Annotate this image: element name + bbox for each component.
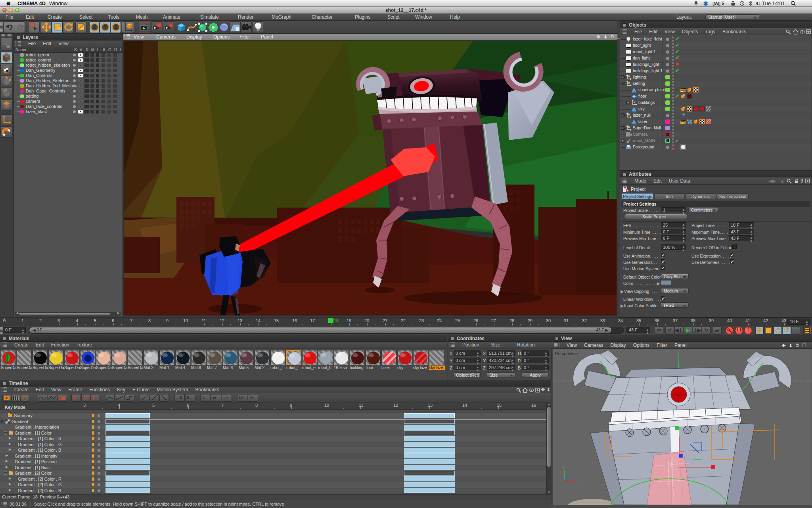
svg-text:0: 0 — [628, 113, 630, 116]
svg-text:Z: Z — [115, 25, 117, 30]
svg-text:0: 0 — [628, 75, 630, 78]
svg-text:0: 0 — [628, 81, 630, 85]
svg-text:Y: Y — [563, 466, 565, 470]
svg-text:0: 0 — [628, 125, 630, 129]
svg-text:Z: Z — [569, 471, 572, 475]
svg-text:X: X — [574, 481, 576, 485]
svg-text:Y: Y — [103, 25, 107, 30]
svg-text:Perspective: Perspective — [555, 351, 578, 356]
svg-text:X: X — [93, 25, 96, 30]
svg-text:0: 0 — [634, 100, 636, 104]
